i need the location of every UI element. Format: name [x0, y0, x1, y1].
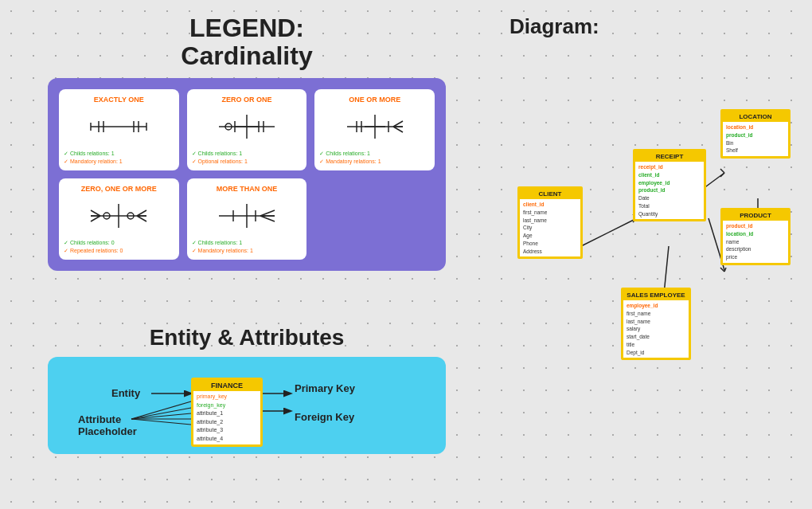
er-entity-product-body: product_id location_id name description … [723, 221, 788, 263]
svg-line-45 [131, 419, 191, 425]
card-desc-more-than-one: ✓ Childs relations: 1 ✓ Mandatory relati… [192, 239, 303, 255]
svg-line-56 [720, 268, 724, 272]
legend-title: LEGEND:Cardinality [48, 14, 446, 70]
diagram-area: CLIENT client_id first_name last_name Ci… [509, 47, 796, 493]
svg-line-43 [131, 413, 191, 419]
legend-card-one-or-more: ONE OR MORE ✓ Childs [314, 89, 435, 170]
card-title-one-or-more: ONE OR MORE [349, 96, 400, 104]
foreign-key-label: Foreign Key [295, 411, 354, 423]
er-entity-sales-employee-body: employee_id first_name last_name salary … [623, 300, 689, 358]
card-title-more-than-one: MORE THAN ONE [217, 185, 278, 193]
finance-body: primary_key foreign_key attribute_1 attr… [193, 391, 260, 444]
primary-key-label: Primary Key [295, 382, 355, 394]
svg-line-31 [137, 216, 146, 221]
er-entity-location: LOCATION location_id product_id Bin Shel… [720, 109, 791, 159]
er-entity-receipt-body: receipt_id client_id employee_id product… [635, 162, 704, 219]
er-entity-receipt: RECEIPT receipt_id client_id employee_id… [633, 149, 706, 221]
attribute-placeholder-label: AttributePlaceholder [78, 413, 137, 437]
svg-line-25 [91, 210, 100, 216]
svg-line-17 [393, 127, 403, 132]
er-entity-sales-employee: SALES EMPLOYEE employee_id first_name la… [621, 288, 691, 360]
svg-line-57 [724, 268, 726, 272]
svg-line-54 [720, 173, 724, 177]
entity-attributes-title: Entity & Attributes [48, 325, 446, 350]
svg-line-27 [91, 216, 100, 221]
diagram-title: Diagram: [509, 14, 796, 39]
er-entity-client-body: client_id first_name last_name City Age … [520, 199, 580, 256]
er-entity-product-header: PRODUCT [723, 210, 788, 221]
card-diagram-exactly-one [64, 107, 174, 147]
card-diagram-more-than-one [192, 196, 303, 236]
legend-box: EXACTLY ONE ✓ Childs [48, 78, 446, 270]
card-desc-one-or-more: ✓ Childs relations: 1 ✓ Mandatory relati… [319, 150, 430, 166]
card-desc-exactly-one: ✓ Childs relations: 1 ✓ Mandatory relati… [64, 150, 174, 166]
svg-line-38 [260, 216, 275, 221]
legend-card-more-than-one: MORE THAN ONE ✓ Childs relations: 1 [187, 178, 307, 260]
finance-header: FINANCE [193, 380, 260, 391]
svg-line-41 [131, 401, 191, 419]
legend-card-zero-one-or-more: ZERO, ONE OR MORE [59, 178, 179, 260]
svg-line-48 [581, 218, 637, 246]
diagram-section: Diagram: [509, 14, 796, 493]
er-entity-location-header: LOCATION [723, 112, 788, 122]
er-entity-product: PRODUCT product_id location_id name desc… [720, 208, 791, 265]
card-diagram-zero-one-or-more [64, 196, 174, 236]
card-title-exactly-one: EXACTLY ONE [94, 96, 144, 104]
er-entity-sales-employee-header: SALES EMPLOYEE [623, 290, 689, 300]
svg-line-36 [260, 210, 275, 216]
entity-box: Entity FINANCE primary_key foreign_key a… [48, 357, 446, 454]
svg-line-42 [131, 408, 191, 419]
legend-card-exactly-one: EXACTLY ONE ✓ Childs [59, 89, 179, 170]
svg-line-15 [393, 121, 403, 127]
legend-card-zero-or-one: ZERO OR ONE ✓ Childs relations: [187, 89, 307, 170]
er-entity-client-header: CLIENT [520, 189, 580, 199]
card-title-zero-or-one: ZERO OR ONE [221, 96, 271, 104]
er-entity-receipt-header: RECEIPT [635, 151, 704, 162]
card-diagram-zero-or-one [192, 107, 303, 147]
entity-label: Entity [111, 387, 140, 399]
card-title-zero-one-or-more: ZERO, ONE OR MORE [81, 185, 157, 193]
svg-line-53 [720, 169, 724, 173]
legend-section: LEGEND:Cardinality EXACTLY ONE [48, 14, 446, 271]
entity-section: Entity & Attributes [48, 325, 446, 454]
svg-line-29 [137, 210, 146, 216]
card-diagram-one-or-more [319, 107, 430, 147]
entity-diagram: Entity FINANCE primary_key foreign_key a… [64, 370, 430, 441]
finance-entity-box: FINANCE primary_key foreign_key attribut… [191, 378, 263, 447]
er-entity-location-body: location_id product_id Bin Shelf [723, 122, 788, 156]
er-entity-client: CLIENT client_id first_name last_name Ci… [517, 186, 583, 259]
card-desc-zero-one-or-more: ✓ Childs relations: 0 ✓ Repeated relatio… [64, 239, 174, 255]
card-desc-zero-or-one: ✓ Childs relations: 1 ✓ Optional relatio… [192, 150, 303, 166]
